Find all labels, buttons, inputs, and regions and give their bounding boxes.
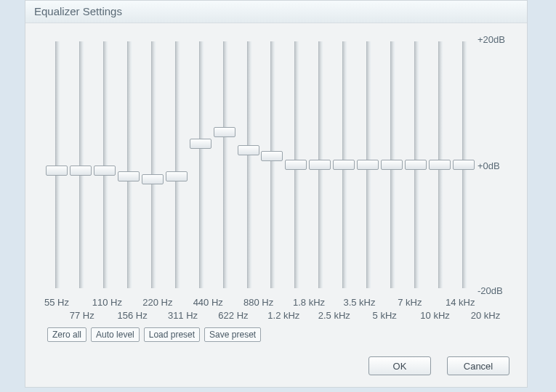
equalizer-area: +20dB +0dB -20dB bbox=[39, 36, 514, 297]
slider-track bbox=[270, 41, 275, 288]
slider-thumb[interactable] bbox=[453, 160, 475, 170]
eq-slider-7[interactable] bbox=[214, 41, 235, 288]
eq-slider-9[interactable] bbox=[261, 41, 283, 288]
eq-slider-12[interactable] bbox=[333, 41, 355, 288]
ok-button[interactable]: OK bbox=[368, 356, 431, 375]
eq-slider-15[interactable] bbox=[405, 41, 427, 288]
eq-slider-10[interactable] bbox=[285, 41, 307, 288]
eq-slider-8[interactable] bbox=[238, 41, 259, 288]
preset-buttons: Zero all Auto level Load preset Save pre… bbox=[47, 327, 261, 342]
freq-label-7: 622 Hz bbox=[211, 310, 255, 321]
slider-thumb[interactable] bbox=[70, 166, 92, 176]
eq-slider-4[interactable] bbox=[142, 41, 164, 288]
slider-thumb[interactable] bbox=[309, 160, 331, 170]
eq-slider-2[interactable] bbox=[94, 41, 116, 288]
slider-thumb[interactable] bbox=[214, 127, 235, 137]
freq-label-5: 311 Hz bbox=[161, 310, 205, 321]
eq-slider-1[interactable] bbox=[70, 41, 92, 288]
slider-thumb[interactable] bbox=[166, 171, 188, 181]
slider-thumb[interactable] bbox=[118, 171, 140, 181]
slider-thumb[interactable] bbox=[357, 160, 379, 170]
scale-label-top: +20dB bbox=[478, 34, 514, 45]
freq-label-16: 14 kHz bbox=[438, 297, 482, 308]
slider-track bbox=[223, 41, 227, 288]
freq-label-14: 7 kHz bbox=[388, 297, 432, 308]
slider-thumb[interactable] bbox=[429, 160, 451, 170]
save-preset-button[interactable]: Save preset bbox=[204, 327, 261, 342]
slider-thumb[interactable] bbox=[94, 166, 116, 176]
slider-track bbox=[79, 41, 84, 288]
freq-label-0: 55 Hz bbox=[35, 297, 78, 308]
slider-track bbox=[127, 41, 132, 288]
slider-track bbox=[175, 41, 180, 288]
dialog-title: Equalizer Settings bbox=[25, 1, 527, 23]
slider-track bbox=[103, 41, 108, 288]
freq-label-3: 156 Hz bbox=[110, 310, 154, 321]
frequency-labels: 55 Hz77 Hz110 Hz156 Hz220 Hz311 Hz440 Hz… bbox=[39, 297, 489, 326]
cancel-button[interactable]: Cancel bbox=[447, 356, 509, 375]
eq-slider-11[interactable] bbox=[309, 41, 331, 288]
eq-slider-16[interactable] bbox=[429, 41, 451, 288]
load-preset-button[interactable]: Load preset bbox=[144, 327, 200, 342]
eq-slider-3[interactable] bbox=[118, 41, 140, 288]
freq-label-4: 220 Hz bbox=[136, 297, 180, 308]
slider-thumb[interactable] bbox=[381, 160, 403, 170]
eq-slider-14[interactable] bbox=[381, 41, 403, 288]
slider-thumb[interactable] bbox=[405, 160, 427, 170]
slider-thumb[interactable] bbox=[285, 160, 307, 170]
auto-level-button[interactable]: Auto level bbox=[91, 327, 140, 342]
eq-slider-6[interactable] bbox=[190, 41, 211, 288]
eq-slider-13[interactable] bbox=[357, 41, 379, 288]
slider-thumb[interactable] bbox=[261, 151, 283, 161]
freq-label-1: 77 Hz bbox=[60, 310, 104, 321]
slider-thumb[interactable] bbox=[142, 174, 164, 184]
dialog-actions: OK Cancel bbox=[368, 356, 509, 375]
slider-thumb[interactable] bbox=[46, 166, 68, 176]
freq-label-13: 5 kHz bbox=[363, 310, 406, 321]
freq-label-17: 20 kHz bbox=[464, 310, 507, 321]
freq-label-9: 1.2 kHz bbox=[262, 310, 305, 321]
freq-label-10: 1.8 kHz bbox=[287, 297, 331, 308]
freq-label-6: 440 Hz bbox=[186, 297, 230, 308]
scale-label-mid: +0dB bbox=[478, 160, 514, 171]
scale-label-bottom: -20dB bbox=[478, 285, 514, 296]
slider-track bbox=[247, 41, 251, 288]
freq-label-8: 880 Hz bbox=[237, 297, 281, 308]
slider-thumb[interactable] bbox=[238, 145, 259, 155]
slider-track bbox=[55, 41, 60, 288]
zero-all-button[interactable]: Zero all bbox=[47, 327, 86, 342]
slider-track bbox=[151, 41, 156, 288]
equalizer-dialog: Equalizer Settings +20dB +0dB -20dB 55 H… bbox=[25, 0, 528, 388]
slider-thumb[interactable] bbox=[333, 160, 355, 170]
eq-slider-5[interactable] bbox=[166, 41, 188, 288]
slider-bank bbox=[46, 41, 475, 288]
eq-slider-0[interactable] bbox=[46, 41, 68, 288]
freq-label-2: 110 Hz bbox=[85, 297, 129, 308]
eq-slider-17[interactable] bbox=[453, 41, 475, 288]
freq-label-11: 2.5 kHz bbox=[313, 310, 356, 321]
slider-thumb[interactable] bbox=[190, 139, 211, 149]
freq-label-12: 3.5 kHz bbox=[337, 297, 381, 308]
freq-label-15: 10 kHz bbox=[414, 310, 457, 321]
slider-track bbox=[199, 41, 204, 288]
